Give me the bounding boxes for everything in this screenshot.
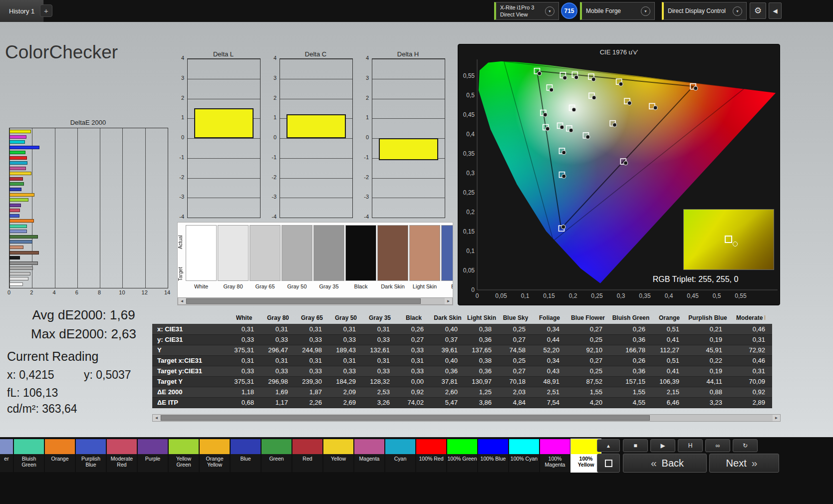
table-cell: 92,10: [566, 345, 609, 355]
patch-color: [509, 439, 539, 454]
patch-label: Blue: [231, 454, 261, 472]
svg-text:0,1: 0,1: [466, 248, 475, 254]
patch-100-blue[interactable]: 100% Blue: [478, 439, 508, 472]
patch-green[interactable]: Green: [262, 439, 291, 472]
continuous-button[interactable]: ∞: [705, 439, 730, 452]
patch-moderate-red[interactable]: Moderate Red: [107, 439, 137, 472]
pattern-window-button[interactable]: [597, 454, 620, 473]
patch-100-magenta[interactable]: 100% Magenta: [540, 439, 570, 472]
patch-er[interactable]: er: [0, 439, 13, 472]
display-control-button[interactable]: Direct Display Control ▼: [662, 2, 747, 20]
delta-y-tick: 1: [366, 114, 369, 120]
tab-history[interactable]: History 1: [0, 0, 44, 22]
patch-yellow-green[interactable]: Yellow Green: [169, 439, 199, 472]
collapse-panel-button[interactable]: ◀: [769, 2, 782, 19]
table-cell: 0,36: [465, 366, 499, 376]
patch-100-red[interactable]: 100% Red: [416, 439, 446, 472]
cie-measured-point: [627, 101, 631, 105]
scroll-right-icon[interactable]: ►: [773, 415, 780, 421]
table-cell: 0,92: [397, 387, 431, 397]
cie-measured-point: [624, 161, 628, 165]
patch-color: [14, 439, 44, 454]
meter-select-button[interactable]: X-Rite i1Pro 3 Direct View ▼: [494, 2, 559, 20]
svg-text:0: 0: [471, 286, 475, 293]
back-button[interactable]: « Back: [623, 454, 707, 473]
patch-color: [323, 439, 353, 454]
plus-icon: +: [44, 6, 48, 15]
table-scrollbar[interactable]: ◄ ►: [152, 414, 781, 422]
play-button[interactable]: ▶: [650, 439, 675, 452]
cie-measured-point: [586, 135, 590, 139]
chevron-down-icon[interactable]: ▼: [733, 6, 742, 16]
patch-orange[interactable]: Orange: [45, 439, 75, 472]
delta-y-tick: -4: [364, 214, 369, 220]
cie-panel: 00,050,10,150,20,250,30,350,40,450,50,55…: [458, 44, 780, 305]
patch-label: 100% Magenta: [540, 454, 570, 472]
patch-purplish-blue[interactable]: Purplish Blue: [76, 439, 106, 472]
table-cell: 0,51: [652, 355, 686, 366]
table-cell: 1,25: [465, 387, 499, 397]
reading-luminance: cd/m²: 363,64: [7, 402, 77, 416]
deltae-bar: [9, 219, 34, 223]
delta-y-tick: -2: [364, 174, 369, 180]
meter-count-badge[interactable]: 715: [561, 2, 577, 19]
frame-button[interactable]: H: [678, 439, 703, 452]
scroll-right-icon[interactable]: ►: [445, 298, 452, 304]
deltae-x-tick: 4: [53, 289, 56, 295]
settings-button[interactable]: ⚙: [750, 2, 766, 19]
stop-button[interactable]: ■: [623, 439, 648, 452]
deltae-x-tick: 0: [7, 289, 10, 295]
patch-label: Yellow: [323, 454, 353, 472]
scroll-left-icon[interactable]: ◄: [153, 415, 160, 421]
swatch-gray-50: Gray 50: [281, 225, 312, 300]
table-cell: 2,53: [363, 387, 397, 397]
patch-100-green[interactable]: 100% Green: [447, 439, 477, 472]
delta-y-tick: 1: [181, 114, 184, 120]
patch-cyan[interactable]: Cyan: [385, 439, 415, 472]
patch-color: [45, 439, 75, 454]
patch-magenta[interactable]: Magenta: [354, 439, 384, 472]
patch-bluish-green[interactable]: Bluish Green: [14, 439, 44, 472]
pattern-source-button[interactable]: Mobile Forge ▼: [580, 2, 655, 20]
patch-red[interactable]: Red: [292, 439, 322, 472]
delta-y-tick: -1: [179, 154, 184, 160]
deltae-chart: [9, 128, 168, 288]
cie-measured-point: [538, 71, 542, 75]
table-cell: 0,31: [329, 324, 363, 334]
table-cell: 87,52: [566, 376, 609, 387]
cie-measured-point: [574, 75, 578, 79]
reading-fl: fL: 106,13: [7, 386, 58, 400]
scroll-left-icon[interactable]: ◄: [178, 298, 186, 304]
delta-y-tick: 3: [181, 75, 184, 81]
patch-yellow[interactable]: Yellow: [323, 439, 353, 472]
table-scroll-thumb[interactable]: [161, 415, 650, 421]
scroll-patches-up-button[interactable]: ▲: [597, 439, 620, 452]
svg-text:0,55: 0,55: [463, 72, 475, 79]
tab-history-label: History 1: [9, 7, 34, 15]
next-button[interactable]: Next »: [709, 454, 779, 473]
swatch-scroll-thumb[interactable]: [186, 298, 421, 304]
patch-blue[interactable]: Blue: [231, 439, 261, 472]
patch-100-yellow[interactable]: 100% Yellow: [571, 439, 601, 472]
chevron-down-icon[interactable]: ▼: [641, 6, 650, 16]
table-cell: 0,88: [686, 387, 729, 397]
chevron-down-icon[interactable]: ▼: [545, 6, 555, 16]
gear-icon: ⚙: [754, 5, 762, 16]
deltae-bar: [9, 177, 23, 181]
deltae-x-tick: 14: [164, 289, 170, 295]
cie-measured-point: [560, 125, 564, 129]
table-cell: 0,44: [533, 334, 566, 345]
add-tab-button[interactable]: +: [40, 4, 52, 17]
patch-purple[interactable]: Purple: [138, 439, 168, 472]
deltae-chart-title: DeltaE 2000: [9, 119, 167, 126]
table-cell: 2,09: [329, 387, 363, 397]
loop-button[interactable]: ↻: [733, 439, 758, 452]
table-cell: 0,27: [397, 334, 431, 345]
table-cell: 239,30: [295, 376, 329, 387]
table-cell: 0,27: [566, 324, 609, 334]
cie-measured-point: [546, 127, 550, 131]
swatch-scrollbar[interactable]: ◄ ►: [178, 297, 453, 305]
patch-100-cyan[interactable]: 100% Cyan: [509, 439, 539, 472]
patch-orange-yellow[interactable]: Orange Yellow: [200, 439, 230, 472]
table-cell: 375,31: [227, 345, 261, 355]
